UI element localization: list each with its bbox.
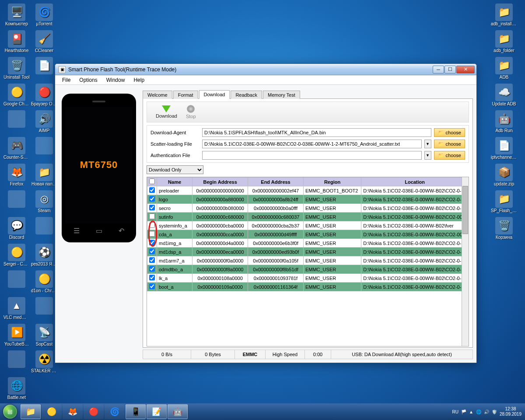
table-row[interactable]: systeminfo_a 0x000000000cba0000 0x000000…: [147, 221, 469, 230]
taskbar-notepad[interactable]: 📝: [147, 404, 167, 419]
col-check[interactable]: [147, 178, 157, 186]
col-region[interactable]: Region: [303, 178, 361, 186]
desktop-icon[interactable]: 🎮Counter-S… Global Of…: [4, 136, 30, 161]
desktop-icon[interactable]: ☁️Update ADB: [491, 82, 517, 108]
desktop-icon[interactable]: 🗑️Корзина: [491, 216, 517, 241]
desktop-icon[interactable]: 🖥️Компьютер: [4, 2, 30, 28]
taskbar-adb[interactable]: 🤖: [168, 404, 188, 419]
table-row[interactable]: sutinfo 0x000000000c680000 0x000000000c6…: [147, 213, 469, 221]
menu-file[interactable]: File: [58, 76, 75, 84]
desktop-icon[interactable]: 📄: [31, 56, 57, 81]
desktop-icon[interactable]: [4, 109, 30, 134]
table-row[interactable]: preloader 0x0000000000000000 0x000000000…: [147, 186, 469, 195]
taskbar-chrome[interactable]: 🟡: [42, 404, 62, 419]
desktop-icon[interactable]: 📄iptvchannels (1).m3u: [491, 136, 517, 161]
tray-clock[interactable]: 12:38 28.09.2019: [500, 406, 522, 417]
row-check[interactable]: [149, 266, 155, 272]
table-row[interactable]: md1img_a 0x000000000d4a0000 0x000000000e…: [147, 239, 469, 248]
scatter-choose-button[interactable]: choose: [434, 140, 465, 148]
titlebar[interactable]: ▣ Smart Phone Flash Tool(Runtime Trace M…: [55, 64, 476, 75]
auth-dropdown-button[interactable]: ▼: [424, 151, 431, 160]
row-check[interactable]: [149, 240, 155, 245]
table-row[interactable]: lk_a 0x0000000108a0000 0x00000001093781f…: [147, 274, 469, 283]
menu-help[interactable]: Help: [129, 76, 149, 84]
table-row[interactable]: logo 0x000000000a880000 0x000000000a8b24…: [147, 195, 469, 204]
taskbar[interactable]: ⊞ 📁 🟡 🦊 🔴 🌀 📱 📝 🤖 RU 🏳️ ▲ 🌐 🔊 🛡️ 12:38 2…: [0, 403, 525, 420]
tab-welcome[interactable]: Welcome: [143, 91, 172, 99]
desktop-icon[interactable]: [31, 136, 57, 161]
desktop-icon[interactable]: [4, 269, 30, 294]
desktop-icon[interactable]: 📡SopCast: [31, 322, 57, 348]
table-row[interactable]: boot_a 0x0000000109a0000 0x0000000116136…: [147, 283, 469, 291]
scatter-dropdown-button[interactable]: ▼: [424, 140, 431, 148]
row-check[interactable]: [149, 275, 155, 280]
system-tray[interactable]: RU 🏳️ ▲ 🌐 🔊 🛡️ 12:38 28.09.2019: [449, 406, 525, 417]
da-input[interactable]: [202, 128, 431, 137]
desktop-icon[interactable]: 🎴Hearthstone: [4, 29, 30, 54]
desktop-icon[interactable]: 📁adb_installe…: [491, 2, 517, 28]
desktop-icon[interactable]: 📦update.zip: [491, 162, 517, 188]
taskbar-utorrent[interactable]: 🌀: [105, 404, 125, 419]
da-choose-button[interactable]: choose: [434, 128, 465, 137]
row-check[interactable]: [149, 187, 155, 193]
desktop-icon[interactable]: 🤖Adb Run: [491, 109, 517, 134]
tab-format[interactable]: Format: [173, 91, 198, 99]
row-check[interactable]: [149, 214, 155, 219]
desktop-icon[interactable]: 🌀µTorrent: [31, 2, 57, 28]
minimize-button[interactable]: ─: [433, 66, 444, 74]
col-location[interactable]: Location: [361, 178, 469, 186]
tray-shield-icon[interactable]: 🛡️: [492, 410, 497, 414]
scatter-input[interactable]: [202, 140, 422, 148]
desktop-icon[interactable]: 🧹CCleaner: [31, 29, 57, 54]
desktop-icon[interactable]: 🟡Sergei - Chrome: [4, 242, 30, 268]
menu-window[interactable]: Window: [102, 76, 130, 84]
desktop-icon[interactable]: ☢️STALKER Shadow …: [31, 349, 57, 374]
table-row[interactable]: cda_a 0x000000000cca0000 0x000000000d49f…: [147, 230, 469, 239]
desktop-icon[interactable]: ⚽pes2013 Ярлык: [31, 242, 57, 268]
taskbar-opera[interactable]: 🔴: [84, 404, 104, 419]
taskbar-spflash[interactable]: 📱: [126, 404, 146, 419]
desktop-icon[interactable]: [31, 296, 57, 321]
row-check[interactable]: [149, 205, 155, 210]
taskbar-explorer[interactable]: 📁: [21, 404, 41, 419]
col-begin[interactable]: Begin Address: [192, 178, 248, 186]
desktop-icon[interactable]: 🦊Firefox: [4, 162, 30, 188]
desktop-icon[interactable]: 📁adb_folder: [491, 29, 517, 54]
desktop-icon[interactable]: 🌐Battle.net: [4, 376, 30, 401]
menu-options[interactable]: Options: [75, 76, 102, 84]
tray-flag-icon[interactable]: 🏳️: [461, 410, 466, 414]
tab-memorytest[interactable]: Memory Test: [263, 91, 300, 99]
desktop-icon[interactable]: [4, 349, 30, 374]
download-button[interactable]: Download: [156, 105, 177, 119]
auth-input[interactable]: [202, 151, 422, 160]
start-button[interactable]: ⊞: [0, 403, 20, 420]
desktop-icon[interactable]: 🔴Браузер Opera: [31, 82, 57, 108]
row-check[interactable]: [149, 196, 155, 202]
desktop-icon[interactable]: 💬Discord: [4, 216, 30, 241]
table-row[interactable]: odmdtbo_a 0x000000000f8a0000 0x000000000…: [147, 265, 469, 274]
col-name[interactable]: Name: [157, 178, 192, 186]
desktop-icon[interactable]: 📁SP_Flash_T…: [491, 189, 517, 214]
taskbar-firefox[interactable]: 🦊: [63, 404, 83, 419]
desktop-icon[interactable]: [31, 216, 57, 241]
desktop-icon[interactable]: 🟡d1on - Chrome: [31, 269, 57, 294]
row-check[interactable]: [149, 248, 155, 254]
table-row[interactable]: secro 0x000000000b080000 0x000000000b0a0…: [147, 204, 469, 213]
desktop-icon[interactable]: 📁ADB: [491, 56, 517, 81]
auth-choose-button[interactable]: choose: [434, 151, 465, 160]
row-check[interactable]: [149, 257, 155, 263]
col-end[interactable]: End Address: [248, 178, 304, 186]
desktop-icon[interactable]: ▶️YouTubeB…: [4, 322, 30, 348]
desktop-icon[interactable]: 🟡Google Chrome: [4, 82, 30, 108]
tab-readback[interactable]: Readback: [231, 91, 262, 99]
maximize-button[interactable]: ☐: [444, 66, 456, 74]
table-scrollbar[interactable]: [462, 177, 469, 346]
tray-up-icon[interactable]: ▲: [469, 410, 473, 414]
desktop-icon[interactable]: [4, 189, 30, 214]
tray-network-icon[interactable]: 🌐: [476, 410, 481, 414]
row-check[interactable]: [149, 231, 155, 237]
tab-download[interactable]: Download: [199, 90, 230, 99]
row-check[interactable]: [149, 284, 155, 289]
desktop-icon[interactable]: ▲VLC med… player: [4, 296, 30, 321]
close-button[interactable]: ✕: [456, 66, 475, 74]
